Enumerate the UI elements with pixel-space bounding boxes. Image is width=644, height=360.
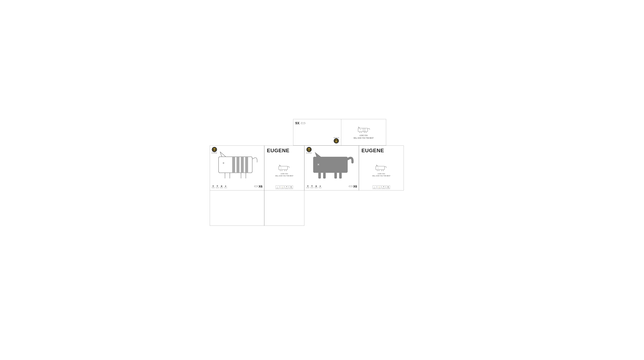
- panel-3-icons: ✿ 花样细粉 ❋ 快速结团 ◉ 高效除臭 ◈ 封堵去尘: [306, 185, 322, 188]
- svg-rect-9: [336, 140, 337, 141]
- ship-label-4-1: 此面朝上: [373, 188, 376, 188]
- ship-label-4-4: 禁止堆叠: [387, 188, 389, 188]
- quantity-label: 9X: [295, 121, 305, 125]
- icon-item-3-2: ❋ 快速结团: [310, 185, 314, 188]
- panel-3: EUGENE: [304, 146, 359, 190]
- ship-label-4-3: 防雨防湿: [382, 188, 385, 188]
- ship-icon-4-4: ⊠ 禁止堆叠: [386, 185, 390, 189]
- inverted-logo-text: EUGENE: [334, 137, 339, 138]
- svg-text:✕: ✕: [317, 163, 320, 166]
- icon-label-1: 花样细粉: [212, 187, 215, 188]
- tray-icon-3: [349, 185, 353, 188]
- upright-icon-4: ↕: [374, 186, 375, 188]
- ship-icon-3: ☂ 防雨防湿: [285, 185, 288, 189]
- panel-4-love-text: LOVE YOU WILL GIVE YOU THE BEST: [372, 173, 390, 177]
- ship-icon-4-1: ↕ 此面朝上: [373, 185, 376, 189]
- svg-text:✕: ✕: [360, 129, 361, 130]
- panel-1-quantity: X6: [254, 185, 262, 188]
- icon-item-3-3: ◉ 高效除臭: [314, 185, 318, 188]
- panel-4-title: EUGENE: [362, 148, 384, 154]
- icon-item-3: ◉ 高效除臭: [220, 185, 223, 188]
- ship-label-4: 禁止堆叠: [290, 188, 292, 188]
- panel-1-qty-text: X6: [259, 185, 262, 188]
- panel-4-line1: LOVE YOU: [372, 173, 390, 175]
- ship-label-4-2: 小心轻放: [378, 188, 380, 188]
- fragile-icon: 🥛: [281, 186, 283, 188]
- tray-icon-1: [254, 185, 258, 188]
- top-right-box: ✕ LOVE YOU WILL GIVE YOU THE BEST: [341, 119, 386, 146]
- panel-1: EUGENE ✕: [210, 146, 264, 190]
- love-line1: LOVE YOU: [354, 134, 374, 137]
- icon-label-2: 快速结团: [216, 187, 219, 188]
- panel-1-icons: ✿ 花样细粉 ❋ 快速结团 ◉ 高效除臭 ◈ 封堵去尘: [212, 185, 227, 188]
- ship-icon-4-3: ☂ 防雨防湿: [382, 185, 386, 189]
- icon-item-3-1: ✿ 花样细粉: [306, 185, 309, 188]
- panel-1-infobar: ✿ 花样细粉 ❋ 快速结团 ◉ 高效除臭 ◈ 封堵去尘: [210, 183, 264, 190]
- icon-label-3-2: 快速结团: [310, 187, 314, 188]
- clump-icon-3: ❋: [311, 185, 313, 187]
- tray-icon-top: [301, 122, 305, 125]
- ship-icon-1: ↕ 此面朝上: [276, 185, 280, 189]
- svg-rect-32: [232, 157, 235, 172]
- svg-text:✕: ✕: [222, 162, 224, 164]
- panel-2-line2: WILL GIVE YOU THE BEST: [275, 175, 294, 177]
- stack-icon-4: ⊠: [388, 186, 389, 188]
- panel-3-infobar: ✿ 花样细粉 ❋ 快速结团 ◉ 高效除臭 ◈ 封堵去尘: [304, 183, 359, 190]
- panel-4-cat: ✕: [373, 164, 389, 172]
- ship-icon-2: 🥛 小心轻放: [280, 185, 284, 189]
- svg-rect-56: [323, 172, 326, 179]
- svg-rect-35: [245, 157, 248, 172]
- fragile-icon-4: 🥛: [378, 186, 380, 188]
- panel-3-cat: ✕: [308, 149, 355, 181]
- clump-icon: ❋: [216, 185, 218, 187]
- svg-text:✕: ✕: [378, 167, 378, 169]
- top-love-text: LOVE YOU WILL GIVE YOU THE BEST: [354, 134, 374, 139]
- wet-icon-4: ☂: [383, 186, 384, 188]
- panel-2: EUGENE ✕ LOVE YOU WILL GIVE YOU THE BEST: [264, 146, 304, 190]
- panel-1-cat: ✕: [214, 149, 260, 181]
- icon-label-3: 高效除臭: [220, 187, 223, 188]
- panel-4-line2: WILL GIVE YOU THE BEST: [372, 175, 390, 177]
- panel-2-shipping: ↕ 此面朝上 🥛 小心轻放 ☂ 防雨防湿 ⊠ 禁止堆叠: [266, 185, 302, 189]
- panel-2-cat: ✕: [276, 164, 292, 172]
- top-cat-icon: ✕: [355, 125, 372, 133]
- upright-icon: ↕: [277, 186, 278, 188]
- svg-text:✕: ✕: [281, 167, 282, 169]
- quantity-text: 9X: [295, 121, 300, 125]
- svg-rect-60: [349, 186, 352, 187]
- panel-4: EUGENE ✕ LOVE YOU WILL GIVE YOU THE BEST: [359, 146, 404, 190]
- ship-icon-4-2: 🥛 小心轻放: [377, 185, 381, 189]
- dust-icon: ◈: [225, 185, 226, 187]
- love-line2: WILL GIVE YOU THE BEST: [354, 137, 374, 139]
- ship-label-2: 小心轻放: [281, 188, 283, 188]
- panel-3-quantity: X6: [349, 185, 357, 188]
- panel-6: [264, 190, 304, 226]
- svg-rect-55: [318, 172, 321, 179]
- icon-item-1: ✿ 花样细粉: [212, 185, 215, 188]
- svg-rect-40: [279, 166, 288, 170]
- panel-5: [210, 190, 264, 226]
- logo-circle-inverted: [334, 138, 339, 143]
- top-logo-inverted: EUGENE: [334, 137, 339, 143]
- panel-2-love-text: LOVE YOU WILL GIVE YOU THE BEST: [275, 173, 294, 177]
- stack-icon: ⊠: [290, 186, 292, 188]
- top-right-content: ✕ LOVE YOU WILL GIVE YOU THE BEST: [341, 119, 386, 145]
- svg-rect-0: [301, 123, 305, 124]
- ship-label-1: 此面朝上: [276, 188, 279, 188]
- ship-label-3: 防雨防湿: [285, 188, 288, 188]
- panel-2-title: EUGENE: [267, 148, 290, 154]
- svg-rect-57: [334, 172, 337, 179]
- deodor-icon: ◉: [221, 185, 222, 187]
- icon-item-3-4: ◈ 封堵去尘: [319, 185, 322, 188]
- icon-label-3-1: 花样细粉: [306, 187, 309, 188]
- top-left-box: 9X EUGENE: [293, 119, 341, 146]
- icon-label-3-3: 高效除臭: [314, 187, 318, 188]
- wet-icon: ☂: [286, 186, 287, 188]
- icon-label-3-4: 封堵去尘: [319, 187, 322, 188]
- svg-rect-34: [241, 157, 244, 172]
- bottom-section: EUGENE ✕: [210, 146, 404, 226]
- svg-rect-63: [376, 166, 384, 170]
- panel-4-shipping: ↕ 此面朝上 🥛 小心轻放 ☂ 防雨防湿 ⊠ 禁止堆叠: [361, 185, 402, 189]
- icon-label-4: 封堵去尘: [224, 187, 227, 188]
- main-canvas: 9X EUGENE: [210, 117, 434, 243]
